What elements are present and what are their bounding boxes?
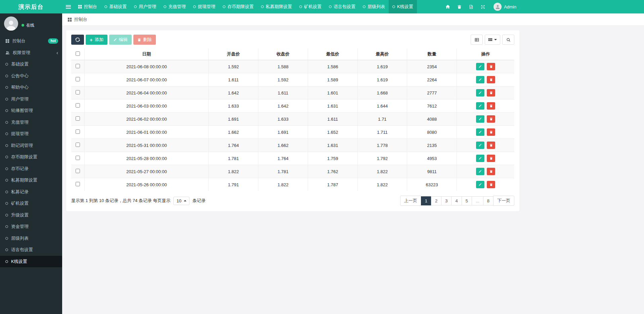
circle-icon [5,98,8,101]
row-edit-button[interactable] [476,128,484,136]
toggle-view-button[interactable] [471,35,483,45]
sidebar-menu-item[interactable]: 存币记录 [0,163,62,175]
row-checkbox[interactable] [76,90,80,94]
row-checkbox[interactable] [76,182,80,186]
row-delete-button[interactable] [487,76,495,83]
row-delete-button[interactable] [487,63,495,70]
top-nav-item[interactable]: 充值管理 [160,0,189,13]
top-nav-item[interactable]: 提现管理 [189,0,219,13]
row-checkbox[interactable] [76,64,80,68]
home-button[interactable] [442,0,454,13]
pagination-page-button[interactable]: 1 [421,196,431,205]
row-delete-button[interactable] [487,181,495,188]
page-size-select[interactable]: 10 [173,197,189,205]
row-edit-button[interactable] [476,102,484,110]
add-button[interactable]: + 添加 [86,35,108,45]
column-header[interactable]: 最低价 [308,48,357,60]
edit-button[interactable]: 编辑 [109,35,132,45]
search-button[interactable] [502,35,514,45]
row-checkbox[interactable] [76,169,80,173]
top-nav-item[interactable]: 私募期限设置 [257,0,296,13]
top-nav-item[interactable]: K线设置 [389,0,417,13]
pagination-page-button[interactable]: 8 [483,196,493,205]
row-edit-button[interactable] [476,142,484,149]
column-header[interactable]: 收盘价 [258,48,308,60]
row-checkbox[interactable] [76,129,80,134]
row-edit-button[interactable] [476,76,484,83]
sidebar-menu-item[interactable]: 语言包设置 [0,244,62,256]
column-header[interactable]: 日期 [85,48,209,60]
row-select-cell [71,178,85,191]
sidebar-toggle-button[interactable] [62,0,74,13]
row-edit-button[interactable] [476,155,484,162]
sidebar-menu-item[interactable]: 资金管理 [0,221,62,233]
log-button[interactable] [465,0,477,13]
column-header[interactable]: 开盘价 [209,48,258,60]
sidebar-menu-item[interactable]: 公告中心 [0,70,62,82]
row-edit-button[interactable] [476,181,484,188]
sidebar-menu-item[interactable]: 用户管理 [0,93,62,105]
pagination-page-button[interactable]: 3 [441,196,452,205]
row-delete-button[interactable] [487,89,495,96]
column-header[interactable]: 最高价 [357,48,407,60]
sidebar-menu-item[interactable]: 轮播图管理 [0,105,62,117]
fullscreen-button[interactable] [477,0,489,13]
sidebar-menu-item[interactable]: 帮助中心 [0,82,62,93]
delete-button[interactable]: 删除 [133,35,156,45]
row-select-cell [71,139,85,152]
row-delete-button[interactable] [487,128,495,136]
sidebar-item-label: 用户管理 [11,96,29,102]
pagination-page-button[interactable]: ... [472,196,483,205]
row-delete-button[interactable] [487,102,495,110]
sidebar-menu-item[interactable]: 升级设置 [0,209,62,221]
sidebar-menu-item[interactable]: 助记词管理 [0,140,62,152]
columns-button[interactable] [485,35,500,45]
row-checkbox[interactable] [76,143,80,147]
pagination-page-button[interactable]: 2 [431,196,441,205]
sidebar-menu-item[interactable]: 充值管理 [0,117,62,128]
row-checkbox[interactable] [76,116,80,121]
sidebar-menu-item[interactable]: 提现管理 [0,128,62,140]
user-menu[interactable]: Admin [489,0,521,13]
top-nav-item[interactable]: 层级列表 [359,0,389,13]
top-nav-item[interactable]: 用户管理 [130,0,160,13]
row-edit-button[interactable] [476,89,484,96]
top-nav-item[interactable]: 控制台 [74,0,101,13]
pagination-prev-button[interactable]: 上一页 [400,196,421,206]
sidebar-menu-item[interactable]: 控制台 hot [0,35,62,47]
sidebar-menu-item[interactable]: 私募记录 [0,186,62,198]
row-delete-button[interactable] [487,115,495,123]
sidebar-item-label: 助记词管理 [11,143,33,149]
top-nav-item[interactable]: 语言包设置 [325,0,359,13]
row-checkbox[interactable] [76,103,80,108]
sidebar-item-label: 层级列表 [11,235,29,241]
refresh-button[interactable] [71,35,84,45]
sidebar-menu-item[interactable]: 矿机设置 [0,198,62,209]
row-edit-button[interactable] [476,115,484,123]
row-checkbox[interactable] [76,156,80,160]
row-edit-button[interactable] [476,63,484,70]
trash-icon [489,78,493,81]
column-header[interactable]: 数量 [407,48,457,60]
pagination-page-button[interactable]: 4 [451,196,462,205]
clear-cache-button[interactable] [454,0,465,13]
sidebar-menu-item[interactable]: 权限管理 ‹ [0,47,62,59]
row-delete-button[interactable] [487,168,495,175]
sidebar-menu-item[interactable]: K线设置 [0,256,62,268]
sidebar-menu-item[interactable]: 存币期限设置 [0,151,62,163]
top-nav-item[interactable]: 基础设置 [101,0,130,13]
pagination-next-button[interactable]: 下一页 [493,196,514,206]
row-delete-button[interactable] [487,142,495,149]
row-edit-button[interactable] [476,168,484,175]
top-nav-item[interactable]: 存币期限设置 [219,0,257,13]
pagination-page-button[interactable]: 5 [462,196,472,205]
select-all-checkbox[interactable] [76,51,80,56]
page-number: 5 [466,198,468,203]
sidebar-menu-item[interactable]: 层级列表 [0,233,62,244]
sidebar-menu-item[interactable]: 基础设置 [0,58,62,70]
sidebar-menu-item[interactable]: 私募期限设置 [0,174,62,186]
row-delete-button[interactable] [487,155,495,162]
column-header[interactable]: 操作 [457,48,514,60]
top-nav-item[interactable]: 矿机设置 [296,0,325,13]
row-checkbox[interactable] [76,77,80,81]
